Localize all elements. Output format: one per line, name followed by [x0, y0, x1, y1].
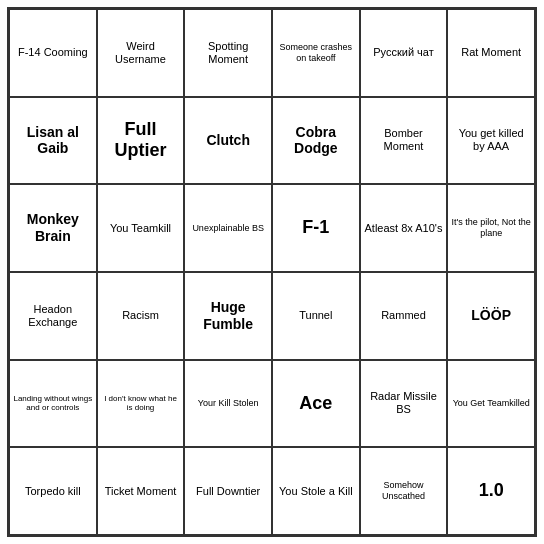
- cell-7: Full Uptier: [97, 97, 185, 185]
- cell-19: Racism: [97, 272, 185, 360]
- cell-34: Somehow Unscathed: [360, 447, 448, 535]
- cell-30: Torpedo kill: [9, 447, 97, 535]
- cell-18: Headon Exchange: [9, 272, 97, 360]
- cell-11: You get killed by AAA: [447, 97, 535, 185]
- cell-20: Huge Fumble: [184, 272, 272, 360]
- cell-12: Monkey Brain: [9, 184, 97, 272]
- cell-10: Bomber Moment: [360, 97, 448, 185]
- cell-3: Someone crashes on takeoff: [272, 9, 360, 97]
- cell-4: Русский чат: [360, 9, 448, 97]
- cell-1: Weird Username: [97, 9, 185, 97]
- cell-31: Ticket Moment: [97, 447, 185, 535]
- cell-13: You Teamkill: [97, 184, 185, 272]
- bingo-grid: F-14 CoomingWeird UsernameSpotting Momen…: [7, 7, 537, 537]
- cell-8: Clutch: [184, 97, 272, 185]
- cell-22: Rammed: [360, 272, 448, 360]
- cell-32: Full Downtier: [184, 447, 272, 535]
- cell-2: Spotting Moment: [184, 9, 272, 97]
- cell-27: Ace: [272, 360, 360, 448]
- cell-5: Rat Moment: [447, 9, 535, 97]
- cell-14: Unexplainable BS: [184, 184, 272, 272]
- cell-9: Cobra Dodge: [272, 97, 360, 185]
- cell-25: I don't know what he is doing: [97, 360, 185, 448]
- cell-26: Your Kill Stolen: [184, 360, 272, 448]
- cell-29: You Get Teamkilled: [447, 360, 535, 448]
- cell-33: You Stole a Kill: [272, 447, 360, 535]
- cell-24: Landing without wings and or controls: [9, 360, 97, 448]
- cell-28: Radar Missile BS: [360, 360, 448, 448]
- cell-23: LÖÖP: [447, 272, 535, 360]
- cell-15: F-1: [272, 184, 360, 272]
- cell-35: 1.0: [447, 447, 535, 535]
- cell-0: F-14 Cooming: [9, 9, 97, 97]
- cell-17: It's the pilot, Not the plane: [447, 184, 535, 272]
- cell-16: Atleast 8x A10's: [360, 184, 448, 272]
- cell-6: Lisan al Gaib: [9, 97, 97, 185]
- cell-21: Tunnel: [272, 272, 360, 360]
